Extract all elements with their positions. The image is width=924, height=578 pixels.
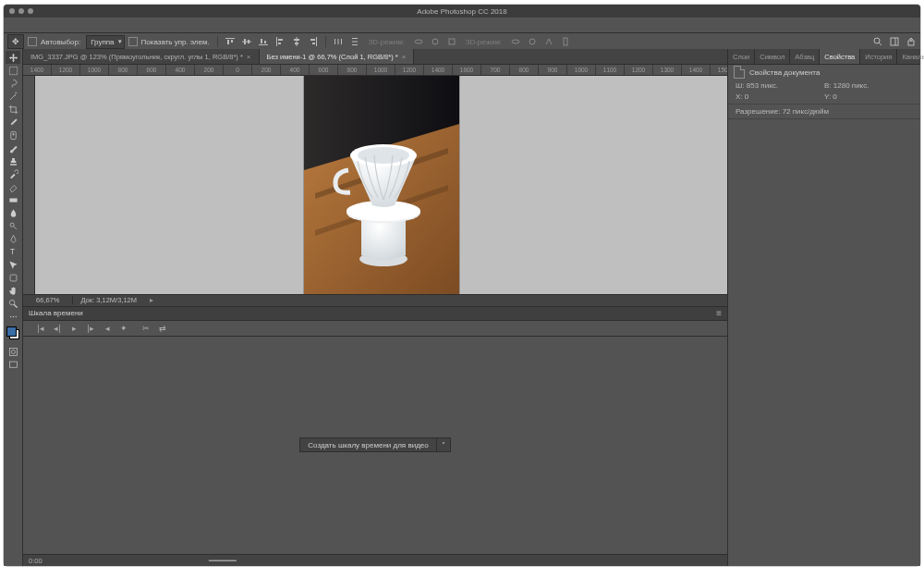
hand-tool[interactable] — [6, 284, 20, 297]
timeline-zoom-slider[interactable]: ━━━━━━ — [209, 557, 237, 565]
document-tab-1[interactable]: Без имени-1 @ 66,7% (Слой 1, RGB/8*) * × — [260, 49, 415, 64]
document-tab-0[interactable]: IMG_3337.JPG @ 123% (Прямоугольник, скру… — [23, 49, 260, 64]
rtab-character[interactable]: Символ — [755, 49, 790, 64]
ruler-horizontal[interactable]: 1400120010008006004002000200400600800100… — [23, 65, 727, 76]
distribute-h-icon[interactable] — [333, 36, 344, 47]
search-icon[interactable] — [872, 36, 883, 47]
mode3d-icon-1[interactable] — [413, 36, 424, 47]
rtab-properties[interactable]: Свойства — [820, 49, 860, 64]
loop-icon[interactable]: ✦ — [119, 324, 128, 333]
close-tab-icon[interactable]: × — [402, 53, 407, 61]
align-left-icon[interactable] — [274, 36, 286, 47]
ruler-tick: 800 — [510, 65, 539, 75]
mode3d-icon-4[interactable] — [510, 36, 521, 47]
color-swatches[interactable] — [6, 326, 19, 339]
move-tool-indicator[interactable]: ✥ — [7, 34, 24, 49]
align-hcenter-icon[interactable] — [291, 36, 302, 47]
properties-grid: Ш: 853 пикс. В: 1280 пикс. X: 0 Y: 0 — [728, 80, 920, 103]
status-menu-icon[interactable]: ▸ — [144, 296, 159, 304]
svg-rect-11 — [278, 43, 281, 44]
show-transform-checkbox[interactable] — [128, 37, 138, 46]
mode3d-icon-2[interactable] — [430, 36, 441, 47]
svg-rect-15 — [316, 37, 317, 46]
crop-tool[interactable] — [6, 103, 20, 116]
document-icon — [734, 66, 745, 79]
rtab-history[interactable]: История — [860, 49, 897, 64]
prev-frame-icon[interactable]: ◂| — [53, 324, 62, 333]
wand-tool[interactable] — [6, 90, 20, 103]
brush-tool[interactable] — [6, 141, 20, 154]
properties-title: Свойства документа — [749, 68, 820, 77]
share-icon[interactable] — [906, 36, 917, 47]
zoom-display[interactable]: 66,67% — [23, 296, 72, 304]
play-icon[interactable]: ▸ — [69, 324, 79, 333]
svg-rect-43 — [10, 275, 17, 281]
workspace-icon[interactable] — [889, 36, 900, 47]
quick-mask-tool[interactable] — [6, 345, 20, 358]
timeline-menu-icon[interactable]: ≡ — [716, 308, 722, 318]
ruler-tick: 0 — [224, 65, 252, 75]
blur-tool[interactable] — [6, 206, 20, 219]
ruler-vertical[interactable] — [23, 76, 35, 294]
svg-rect-26 — [449, 39, 455, 44]
svg-text:T: T — [10, 248, 15, 256]
split-icon[interactable]: ✂ — [141, 324, 151, 333]
mode3d-icon-3[interactable] — [446, 36, 457, 47]
stamp-tool[interactable] — [6, 154, 20, 167]
align-vcenter-icon[interactable] — [241, 36, 252, 47]
auto-select-dropdown[interactable]: Группа — [86, 35, 124, 49]
history-brush-tool[interactable] — [6, 167, 20, 180]
canvas[interactable] — [35, 76, 727, 294]
type-tool[interactable]: T — [6, 245, 20, 258]
ruler-tick: 1500 — [711, 65, 727, 75]
rtab-channels[interactable]: Каналы — [897, 49, 924, 64]
zoom-tool[interactable] — [6, 297, 20, 310]
shape-tool[interactable] — [6, 271, 20, 284]
fg-color-swatch[interactable] — [6, 326, 17, 337]
transition-icon[interactable]: ⇄ — [158, 324, 167, 333]
svg-rect-21 — [352, 38, 358, 39]
document-image[interactable] — [304, 76, 459, 294]
extra-tools[interactable] — [6, 310, 20, 323]
mute-icon[interactable]: ◂ — [103, 324, 112, 333]
svg-rect-5 — [248, 40, 249, 43]
svg-rect-6 — [259, 44, 268, 45]
align-right-icon[interactable] — [308, 36, 319, 47]
svg-rect-23 — [352, 44, 358, 45]
screen-mode-tool[interactable] — [6, 358, 20, 371]
ruler-tick: 1400 — [424, 65, 453, 75]
healing-tool[interactable] — [6, 129, 20, 141]
first-frame-icon[interactable]: |◂ — [36, 324, 45, 333]
lasso-tool[interactable] — [6, 77, 20, 90]
gradient-tool[interactable] — [6, 193, 20, 206]
path-tool[interactable] — [6, 258, 20, 271]
rtab-layers[interactable]: Слои — [728, 49, 755, 64]
auto-select-checkbox[interactable] — [28, 37, 37, 46]
eraser-tool[interactable] — [6, 180, 20, 193]
create-timeline-button[interactable]: Создать шкалу времени для видео — [299, 437, 436, 452]
align-top-icon[interactable] — [225, 36, 236, 47]
ruler-tick: 800 — [109, 65, 138, 75]
next-frame-icon[interactable]: |▸ — [86, 324, 95, 333]
pen-tool[interactable] — [6, 232, 20, 245]
svg-rect-0 — [225, 38, 235, 39]
mode3d-icon-6[interactable] — [543, 36, 554, 47]
svg-rect-49 — [9, 348, 17, 355]
svg-point-50 — [11, 350, 15, 353]
docsize-display[interactable]: Док: 3,12M/3,12M — [72, 296, 144, 304]
svg-rect-14 — [295, 43, 298, 44]
distribute-v-icon[interactable] — [349, 36, 360, 47]
close-tab-icon[interactable]: × — [247, 53, 251, 61]
mode3d-icon-7[interactable] — [560, 36, 571, 47]
svg-rect-16 — [310, 39, 315, 41]
move-tool[interactable] — [6, 51, 20, 64]
dodge-tool[interactable] — [6, 219, 20, 232]
timeline-tab-label[interactable]: Шкала времени — [29, 309, 83, 317]
create-timeline-dropdown[interactable]: ˅ — [437, 437, 451, 452]
mode3d-icon-5[interactable] — [527, 36, 538, 47]
rtab-paragraph[interactable]: Абзац — [790, 49, 820, 64]
marquee-tool[interactable] — [6, 64, 20, 77]
align-bottom-icon[interactable] — [258, 36, 269, 47]
eyedropper-tool[interactable] — [6, 116, 20, 129]
tab-label: IMG_3337.JPG @ 123% (Прямоугольник, скру… — [30, 53, 243, 61]
